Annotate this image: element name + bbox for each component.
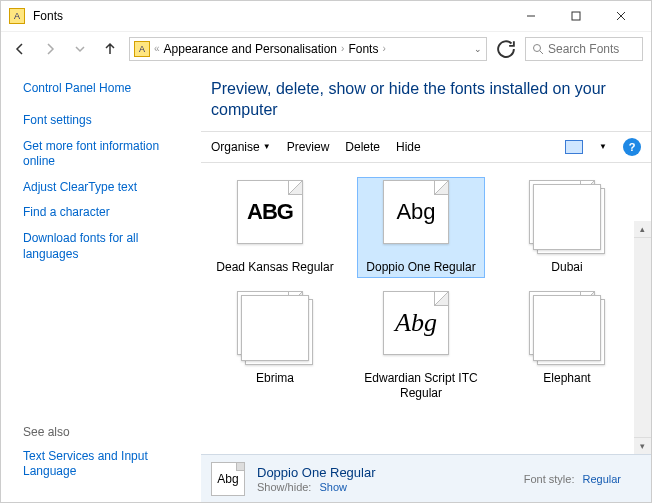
preview-button[interactable]: Preview — [287, 140, 330, 154]
organise-menu[interactable]: Organise▼ — [211, 140, 271, 154]
hide-button[interactable]: Hide — [396, 140, 421, 154]
task-more-info[interactable]: Get more font information online — [23, 139, 189, 170]
up-button[interactable] — [99, 38, 121, 60]
see-also-label: See also — [23, 425, 189, 439]
font-item[interactable]: AbgEdwardian Script ITC Regular — [357, 288, 485, 404]
font-label: Ebrima — [256, 371, 294, 386]
sidebar: Control Panel Home Font settings Get mor… — [1, 65, 201, 502]
page-heading: Preview, delete, show or hide the fonts … — [201, 65, 651, 131]
svg-rect-1 — [572, 12, 580, 20]
nav-bar: A « Appearance and Personalisation › Fon… — [1, 31, 651, 65]
font-thumbnail: أب ج — [529, 180, 605, 254]
font-label: Edwardian Script ITC Regular — [360, 371, 482, 401]
app-icon: A — [9, 8, 25, 24]
window-title: Fonts — [33, 9, 508, 23]
task-cleartype[interactable]: Adjust ClearType text — [23, 180, 189, 196]
svg-point-4 — [534, 44, 541, 51]
font-item[interactable]: AbgElephant — [503, 288, 631, 404]
details-showhide-label: Show/hide: — [257, 481, 311, 493]
details-showhide-value[interactable]: Show — [319, 481, 347, 493]
details-style-label: Font style: — [524, 473, 575, 485]
address-bar[interactable]: A « Appearance and Personalisation › Fon… — [129, 37, 487, 61]
view-options-button[interactable] — [565, 140, 583, 154]
svg-line-5 — [540, 51, 543, 54]
details-style-value: Regular — [582, 473, 621, 485]
task-font-settings[interactable]: Font settings — [23, 113, 189, 129]
help-button[interactable]: ? — [623, 138, 641, 156]
font-label: Doppio One Regular — [366, 260, 475, 275]
chevron-icon: › — [382, 43, 385, 54]
forward-button[interactable] — [39, 38, 61, 60]
details-pane: Abg Doppio One Regular Show/hide: Show F… — [201, 454, 651, 502]
search-icon — [532, 43, 544, 55]
font-item[interactable]: أب جDubai — [503, 177, 631, 278]
font-sample: Abg — [395, 308, 437, 338]
task-download-fonts[interactable]: Download fonts for all languages — [23, 231, 189, 262]
font-thumbnail: Abg — [237, 291, 313, 365]
minimize-button[interactable] — [508, 2, 553, 30]
font-sample: ABG — [247, 199, 293, 225]
task-find-character[interactable]: Find a character — [23, 205, 189, 221]
scroll-up-icon[interactable]: ▴ — [634, 221, 651, 238]
toolbar: Organise▼ Preview Delete Hide ▼ ? — [201, 131, 651, 163]
address-dropdown[interactable]: ⌄ — [474, 44, 482, 54]
font-label: Dead Kansas Regular — [216, 260, 333, 275]
font-item[interactable]: AbgEbrima — [211, 288, 339, 404]
details-font-name: Doppio One Regular — [257, 465, 376, 480]
details-thumbnail: Abg — [211, 462, 245, 496]
font-item[interactable]: AbgDoppio One Regular — [357, 177, 485, 278]
font-thumbnail: Abg — [529, 291, 605, 365]
search-input[interactable] — [548, 42, 636, 56]
font-sample: أب ج — [541, 200, 584, 224]
maximize-button[interactable] — [553, 2, 598, 30]
font-label: Dubai — [551, 260, 582, 275]
view-dropdown[interactable]: ▼ — [599, 142, 607, 151]
chevron-icon: › — [341, 43, 344, 54]
font-sample: Abg — [396, 199, 435, 225]
font-thumbnail: Abg — [383, 291, 459, 365]
font-sample: Abg — [250, 310, 289, 336]
see-also-text-services[interactable]: Text Services and Input Language — [23, 449, 189, 480]
close-button[interactable] — [598, 2, 643, 30]
font-label: Elephant — [543, 371, 590, 386]
location-icon: A — [134, 41, 150, 57]
refresh-button[interactable] — [495, 38, 517, 60]
breadcrumb-fonts[interactable]: Fonts — [348, 42, 378, 56]
scrollbar[interactable]: ▴ ▾ — [634, 221, 651, 454]
font-grid: ABGDead Kansas RegularAbgDoppio One Regu… — [201, 163, 651, 454]
title-bar: A Fonts — [1, 1, 651, 31]
font-thumbnail: Abg — [383, 180, 459, 254]
control-panel-home-link[interactable]: Control Panel Home — [23, 81, 189, 95]
delete-button[interactable]: Delete — [345, 140, 380, 154]
search-box[interactable] — [525, 37, 643, 61]
main-panel: Preview, delete, show or hide the fonts … — [201, 65, 651, 502]
back-button[interactable] — [9, 38, 31, 60]
font-thumbnail: ABG — [237, 180, 313, 254]
recent-dropdown[interactable] — [69, 38, 91, 60]
chevron-icon: « — [154, 43, 160, 54]
scroll-down-icon[interactable]: ▾ — [634, 437, 651, 454]
font-sample: Abg — [542, 310, 581, 336]
font-item[interactable]: ABGDead Kansas Regular — [211, 177, 339, 278]
breadcrumb-appearance[interactable]: Appearance and Personalisation — [164, 42, 337, 56]
